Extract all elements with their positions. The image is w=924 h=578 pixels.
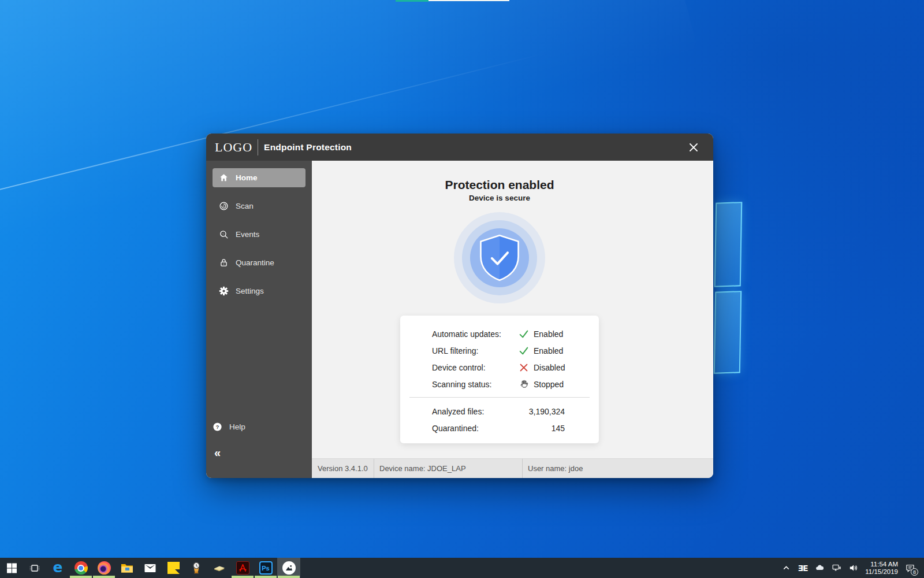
status-value: Stopped	[534, 380, 564, 389]
hidden-window-edge-white	[429, 0, 509, 1]
collapse-sidebar-button[interactable]: «	[214, 446, 219, 460]
hidden-window-edge-teal	[396, 0, 429, 2]
mail-icon	[143, 561, 157, 575]
window-statusbar: Version 3.4.1.0 Device name: JDOE_LAP Us…	[312, 458, 713, 478]
clock-time: 11:54 AM	[863, 561, 898, 568]
status-value: Enabled	[534, 329, 563, 339]
clock-date: 11/15/2019	[863, 568, 898, 576]
status-card: Automatic updates: Enabled URL filtering…	[400, 316, 599, 443]
events-icon	[219, 229, 229, 239]
taskbar-item-book[interactable]	[208, 558, 231, 578]
status-row-url-filtering: URL filtering: Enabled	[400, 342, 599, 359]
help-label: Help	[229, 423, 245, 431]
collapse-chevrons-icon: «	[214, 446, 219, 459]
running-indicator	[70, 576, 92, 578]
tray-network[interactable]	[830, 558, 843, 578]
taskbar-item-time-tracker[interactable]	[185, 558, 208, 578]
titlebar: LOGO Endpoint Protection	[206, 134, 713, 161]
status-row-scanning-status: Scanning status: Stopped	[400, 376, 599, 392]
taskbar-item-acrobat-reader[interactable]	[231, 558, 254, 578]
user-name-label: User name: jdoe	[523, 459, 713, 478]
check-icon	[519, 346, 529, 356]
device-name-label: Device name: JDOE_LAP	[374, 459, 523, 478]
sidebar-item-label: Quarantine	[236, 258, 274, 267]
sidebar-item-label: Settings	[236, 287, 264, 295]
sidebar-item-home[interactable]: Home	[213, 168, 305, 187]
svg-text:?: ?	[216, 424, 219, 430]
sidebar-item-label: Home	[236, 173, 258, 182]
edge-icon: e	[53, 560, 63, 575]
speaker-icon	[848, 563, 858, 573]
notification-badge: 8	[911, 568, 918, 576]
chrome-icon	[74, 561, 88, 575]
window-title: Endpoint Protection	[264, 142, 352, 153]
close-button[interactable]	[682, 134, 705, 161]
endpoint-tray-icon: ƎE	[798, 564, 807, 573]
running-indicator	[93, 576, 115, 578]
home-icon	[219, 173, 229, 183]
action-center-button[interactable]: 8	[902, 558, 918, 578]
sidebar-item-scan[interactable]: Scan	[213, 197, 305, 216]
stop-hand-icon	[519, 379, 529, 390]
system-tray: ƎE 11:54 AM 11/15/2019	[780, 558, 924, 578]
status-value: Enabled	[534, 346, 563, 355]
taskbar-item-file-explorer[interactable]	[116, 558, 139, 578]
running-indicator	[232, 576, 254, 578]
check-icon	[519, 329, 529, 339]
tray-volume[interactable]	[847, 558, 859, 578]
taskbar-item-sticky-notes[interactable]	[162, 558, 185, 578]
cloud-icon	[815, 563, 825, 573]
photoshop-icon: Ps	[259, 561, 273, 575]
cross-icon	[519, 362, 529, 373]
acrobat-reader-icon	[236, 561, 249, 575]
tray-onedrive[interactable]	[813, 558, 826, 578]
taskbar: e	[0, 558, 924, 578]
sidebar-item-events[interactable]: Events	[213, 225, 305, 244]
file-explorer-icon	[120, 561, 134, 575]
tray-show-hidden-icons[interactable]	[780, 558, 792, 578]
desktop-wallpaper: LOGO Endpoint Protection Home Scan	[0, 0, 924, 578]
book-icon	[213, 561, 226, 575]
taskbar-item-mail[interactable]	[139, 558, 162, 578]
taskbar-item-photoshop[interactable]: Ps	[254, 558, 277, 578]
task-view-button[interactable]	[23, 558, 46, 578]
card-divider	[409, 397, 590, 398]
status-label: Scanning status:	[432, 380, 519, 389]
sidebar-item-label: Events	[236, 230, 259, 239]
counter-label: Analyzed files:	[432, 407, 519, 416]
counter-row-quarantined: Quarantined: 145	[400, 420, 599, 436]
shield-graphic	[454, 212, 545, 303]
chevron-up-icon	[781, 563, 791, 573]
quarantine-lock-icon	[219, 258, 229, 268]
counter-row-analyzed-files: Analyzed files: 3,190,324	[400, 403, 599, 420]
status-row-automatic-updates: Automatic updates: Enabled	[400, 325, 599, 342]
status-value: Disabled	[534, 363, 565, 372]
start-button[interactable]	[0, 558, 23, 578]
running-indicator	[255, 576, 277, 578]
sidebar-item-help[interactable]: ? Help	[206, 417, 312, 436]
windows-logo-pane-top	[714, 202, 743, 287]
taskbar-item-chrome[interactable]	[69, 558, 92, 578]
protection-status-subheading: Device is secure	[469, 194, 530, 202]
main-content: Protection enabled Device is secure Auto…	[312, 161, 713, 458]
status-label: Automatic updates:	[432, 329, 519, 339]
counter-label: Quarantined:	[432, 424, 519, 433]
sidebar-item-label: Scan	[236, 202, 254, 210]
counter-value: 145	[519, 424, 565, 433]
taskbar-clock[interactable]: 11:54 AM 11/15/2019	[863, 561, 898, 576]
settings-gear-icon	[219, 286, 229, 296]
taskbar-item-firefox[interactable]	[92, 558, 116, 578]
taskbar-item-photos-active[interactable]	[277, 558, 300, 578]
sidebar-item-quarantine[interactable]: Quarantine	[213, 253, 305, 272]
counter-value: 3,190,324	[519, 407, 565, 416]
network-icon	[832, 563, 841, 573]
app-logo: LOGO	[215, 140, 252, 155]
windows-start-icon	[7, 564, 17, 573]
help-icon: ?	[213, 422, 222, 432]
status-label: URL filtering:	[432, 346, 519, 355]
taskbar-item-edge[interactable]: e	[46, 558, 69, 578]
close-icon	[689, 143, 698, 152]
windows-logo-pane-bottom	[714, 291, 742, 374]
sidebar-item-settings[interactable]: Settings	[213, 281, 305, 301]
tray-endpoint-app[interactable]: ƎE	[796, 558, 809, 578]
